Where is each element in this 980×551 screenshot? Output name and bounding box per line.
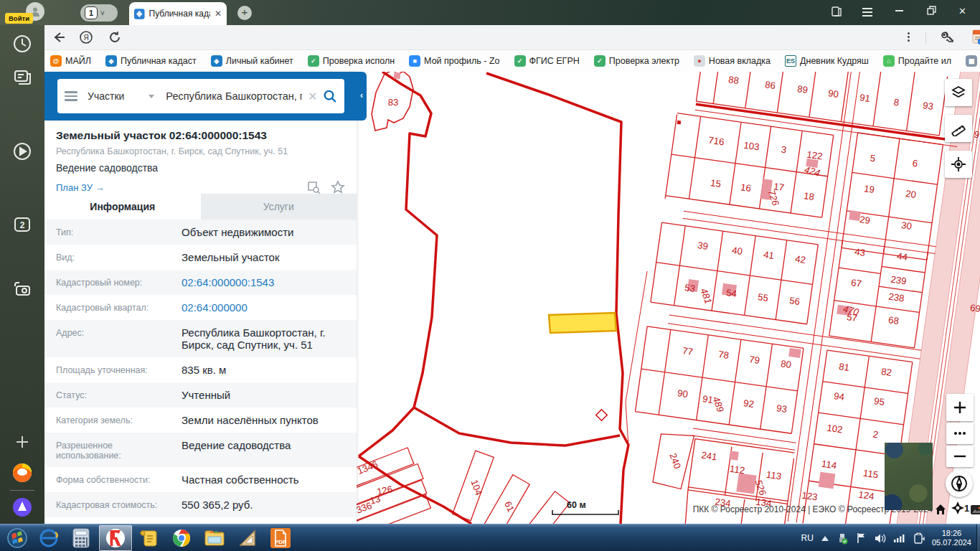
preview-icon[interactable] — [306, 180, 321, 194]
tab-group-pill[interactable]: 1 ˅ — [80, 4, 118, 22]
menu-icon[interactable] — [862, 6, 872, 19]
detail-value-link[interactable]: 02:64:000000 — [182, 301, 256, 314]
tabs-counter-icon[interactable]: 2 — [11, 213, 34, 236]
language-indicator[interactable]: RU — [801, 533, 814, 543]
panels-icon[interactable] — [831, 6, 842, 19]
pkk-icon: ◆ — [211, 55, 222, 67]
locate-button[interactable] — [945, 151, 972, 178]
bookmark-item[interactable]: ESДневник Кудряш — [785, 55, 869, 67]
yandex-browser-icon[interactable] — [11, 461, 34, 484]
yandex-browser-taskbar-icon[interactable] — [104, 527, 127, 550]
map-canvas[interactable]: 8388868990918937161033122424151617726185… — [357, 72, 980, 524]
parcel-label: 80 — [780, 358, 792, 370]
bookmark-label: Публичная кадаст — [121, 56, 197, 66]
add-panel-icon[interactable] — [11, 430, 34, 453]
zoom-out-button[interactable] — [946, 446, 974, 467]
zoom-in-button[interactable] — [946, 394, 974, 421]
parcel-label: 79 — [748, 354, 760, 366]
hidden-icons-arrow[interactable] — [821, 535, 829, 542]
bookmark-item[interactable]: ✓ФГИС ЕГРН — [514, 55, 580, 67]
chrome-icon[interactable] — [170, 527, 193, 550]
tab-services[interactable]: Услуги — [201, 194, 357, 220]
parcel-label: 1346 — [357, 459, 380, 477]
chevron-down-icon[interactable] — [149, 95, 154, 98]
menu-burger-icon[interactable] — [65, 89, 77, 103]
signin-badge[interactable]: Войти — [5, 13, 33, 24]
history-icon[interactable] — [11, 32, 34, 55]
feed-icon[interactable] — [11, 65, 34, 88]
clear-search-icon[interactable]: ✕ — [308, 90, 317, 103]
bookmark-item[interactable]: ■Мой профиль - Zo — [409, 55, 499, 67]
building-footprint — [393, 72, 400, 79]
layers-button[interactable] — [945, 79, 972, 106]
yandex-search-icon[interactable]: Я — [79, 30, 93, 47]
video-icon[interactable] — [11, 140, 34, 163]
kebab-menu-icon[interactable] — [908, 31, 910, 43]
quarter-boundaries — [359, 72, 628, 524]
bookmark-item[interactable]: ▦ — [966, 55, 977, 67]
bookmark-label: ФГИС ЕГРН — [529, 56, 580, 66]
screenshot-icon[interactable] — [11, 278, 34, 301]
file-explorer-icon[interactable] — [203, 527, 226, 550]
bookmark-item[interactable]: ✓Проверка исполн — [308, 55, 395, 67]
tab-close-icon[interactable]: ✕ — [215, 9, 222, 19]
search-category[interactable]: Участки — [88, 90, 124, 102]
detail-row: Категория земель:Земли населённых пункто… — [44, 408, 357, 433]
favorite-star-icon[interactable] — [331, 180, 345, 194]
internet-explorer-icon[interactable] — [37, 527, 60, 550]
parcel-label: 43 — [854, 246, 866, 258]
marker-diamond-icon[interactable] — [951, 501, 965, 518]
restore-button[interactable] — [927, 6, 936, 17]
parcel-label: 42 — [794, 253, 806, 265]
tab-information[interactable]: Информация — [44, 194, 201, 220]
bookmark-label: Мой профиль - Zo — [424, 56, 499, 66]
parcel-label: 89 — [796, 83, 809, 95]
bookmark-item[interactable]: ◆Личный кабинет — [211, 55, 293, 67]
reload-icon[interactable] — [108, 30, 122, 47]
search-icon[interactable] — [323, 88, 337, 104]
scroll-document-icon[interactable] — [137, 527, 160, 550]
zoom-levels-button[interactable] — [946, 423, 974, 444]
set-square-icon[interactable] — [236, 527, 259, 550]
search-box[interactable]: Участки Республика Башкортостан, г. ✕ — [57, 79, 344, 113]
bookmark-item[interactable]: ◆Публичная кадаст — [105, 55, 197, 67]
bookmark-item[interactable]: @МАЙЛ — [50, 55, 91, 67]
minimap-satellite[interactable] — [885, 443, 933, 510]
bookmark-item[interactable]: ✓Проверка электр — [594, 55, 679, 67]
back-icon[interactable] — [52, 30, 66, 47]
building-icon: ▦ — [966, 55, 977, 67]
alice-assistant-icon[interactable] — [11, 496, 34, 519]
new-tab-button[interactable]: + — [237, 6, 252, 20]
collapse-panel-button[interactable]: ‹ — [357, 72, 367, 121]
detail-value-link[interactable]: 02:64:000000:1543 — [182, 276, 283, 288]
calculator-icon[interactable] — [70, 527, 93, 550]
parcel-label: 15 — [710, 177, 722, 189]
pdf-app-icon[interactable]: PDF — [269, 527, 292, 550]
taskbar-clock[interactable]: 18:26 05.07.2024 — [932, 529, 977, 547]
show-desktop-button[interactable] — [976, 524, 980, 551]
close-button[interactable]: ✕ — [958, 6, 966, 17]
measure-ruler-button[interactable] — [945, 115, 972, 142]
browser-tab[interactable]: Публичная кадастрова ✕ — [129, 2, 227, 25]
extension-key-icon[interactable] — [940, 30, 956, 47]
search-input[interactable]: Республика Башкортостан, г. — [166, 90, 302, 102]
pdf-extension-icon[interactable] — [970, 29, 980, 49]
start-button[interactable] — [6, 527, 29, 550]
bookmark-item[interactable]: ●Новая вкладка — [694, 55, 771, 67]
minimize-button[interactable] — [895, 10, 903, 11]
network-signal-icon[interactable] — [893, 533, 906, 543]
home-icon[interactable] — [935, 504, 946, 518]
selected-parcel[interactable] — [549, 313, 616, 333]
usb-device-icon[interactable] — [837, 532, 849, 545]
action-center-flag-icon[interactable] — [856, 532, 867, 544]
panel-tabs: Информация Услуги — [44, 194, 357, 220]
windows-taskbar: PDF RU 18:26 05.07.2024 — [0, 524, 980, 551]
compass-button[interactable] — [946, 470, 973, 497]
bookmark-item[interactable]: ⌂Продайте ил — [883, 55, 951, 67]
safely-remove-icon[interactable] — [913, 532, 925, 544]
detail-value: Республика Башкортостан, г. Бирск, сад С… — [182, 326, 357, 351]
photo-layer-icon[interactable] — [971, 504, 980, 517]
volume-icon[interactable] — [874, 533, 886, 544]
toolbar-divider — [925, 32, 926, 44]
plan-zu-link[interactable]: План ЗУ → — [56, 182, 105, 193]
